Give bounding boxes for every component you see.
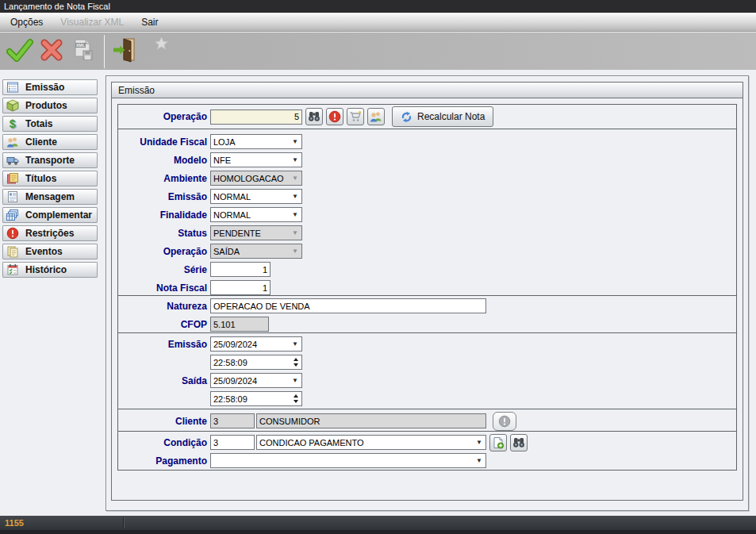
sidebar-item-historico[interactable]: Histórico: [2, 262, 98, 278]
sidebar-item-mensagem[interactable]: Mensagem: [2, 189, 98, 205]
sidebar-item-restricoes[interactable]: Restrições: [2, 225, 98, 241]
sidebar-item-cliente[interactable]: Cliente: [2, 134, 98, 150]
form-sections: Operação Recalcular Nota: [117, 104, 737, 471]
unidade-fiscal-label: Unidade Fiscal: [118, 136, 207, 148]
emissao-date-picker[interactable]: 25/09/2024 ▼: [210, 336, 302, 352]
sidebar-item-label: Complementar: [25, 209, 92, 221]
toolbar-separator: [104, 35, 105, 68]
cart-icon: [349, 110, 362, 123]
warning-icon: [328, 110, 341, 123]
sidebar-item-label: Transporte: [25, 155, 75, 166]
chevron-down-icon: ▼: [476, 458, 482, 464]
natureza-input[interactable]: [210, 298, 486, 313]
modelo-value: NFE: [213, 156, 231, 165]
recalcular-nota-button[interactable]: Recalcular Nota: [392, 106, 493, 127]
refresh-icon: [401, 111, 413, 123]
unidade-fiscal-select[interactable]: LOJA ▼: [210, 134, 302, 149]
section-datas: Emissão 25/09/2024 ▼ 22:58:09 Saída: [117, 332, 737, 409]
pagamento-select[interactable]: ▼: [210, 453, 486, 468]
sidebar-item-totais[interactable]: $$ Totais: [2, 116, 98, 132]
cliente-code-input: [210, 413, 255, 428]
cliente-info-button: [493, 412, 516, 431]
saida-date-picker[interactable]: 25/09/2024 ▼: [210, 373, 302, 388]
sidebar-item-label: Títulos: [25, 173, 56, 184]
operacao-search-button[interactable]: [305, 108, 323, 125]
nota-fiscal-input[interactable]: [210, 280, 271, 295]
finalidade-select[interactable]: NORMAL ▼: [210, 207, 302, 222]
new-document-icon: [492, 436, 505, 449]
chevron-down-icon: ▼: [292, 194, 298, 200]
emissao-tipo-select[interactable]: NORMAL ▼: [210, 189, 302, 204]
status-separator: [123, 517, 124, 528]
spinner-arrows-icon[interactable]: [290, 358, 301, 367]
record-number: 1155: [0, 518, 24, 528]
section-operacao: Operação Recalcular Nota: [117, 104, 737, 129]
pagamento-label: Pagamento: [118, 455, 207, 467]
operacao-cart-button: [347, 108, 364, 125]
emissao-time-spinner[interactable]: 22:58:09: [210, 355, 302, 370]
sidebar-item-complementar[interactable]: Complementar: [2, 207, 98, 223]
status-select: PENDENTE ▼: [210, 225, 302, 240]
cfop-input: [210, 317, 269, 332]
condicao-new-button[interactable]: [489, 434, 507, 451]
users-icon: [6, 136, 19, 148]
menu-bar: Opções Visualizar XML Sair: [0, 13, 756, 32]
menu-opcoes[interactable]: Opções: [2, 13, 52, 32]
unidade-fiscal-value: LOJA: [213, 137, 236, 147]
menu-sair[interactable]: Sair: [132, 13, 167, 32]
cancel-button[interactable]: [36, 36, 67, 67]
svg-text:XML: XML: [76, 42, 86, 47]
sidebar-item-produtos[interactable]: Produtos: [2, 98, 98, 113]
form-icon: [6, 81, 19, 94]
operacao-input[interactable]: [210, 109, 302, 125]
cfop-label: CFOP: [118, 319, 207, 330]
finalidade-label: Finalidade: [118, 209, 207, 221]
chevron-down-icon: ▼: [292, 212, 298, 218]
serie-input[interactable]: [210, 262, 271, 277]
section-natureza: Natureza CFOP: [117, 295, 737, 333]
sidebar-item-label: Emissão: [25, 82, 64, 93]
status-value: PENDENTE: [213, 229, 261, 238]
section-config: Unidade Fiscal LOJA ▼ Modelo NFE ▼ Ambie…: [117, 129, 737, 296]
saida-time-spinner[interactable]: 22:58:09: [210, 391, 302, 406]
emissao-date-value: 25/09/2024: [213, 340, 257, 349]
menu-visualizar-xml: Visualizar XML: [52, 13, 132, 32]
sidebar-item-eventos[interactable]: Eventos: [2, 244, 98, 259]
natureza-label: Natureza: [118, 301, 207, 312]
sidebar-item-transporte[interactable]: Transporte: [2, 152, 98, 168]
emissao-tipo-value: NORMAL: [213, 192, 251, 202]
operacao-alert-button[interactable]: [326, 108, 343, 125]
sidebar-item-titulos[interactable]: Títulos: [2, 171, 98, 186]
confirm-icon: [6, 38, 33, 65]
modelo-select[interactable]: NFE ▼: [210, 152, 302, 167]
confirm-button[interactable]: [5, 36, 35, 67]
saida-date-value: 25/09/2024: [213, 376, 257, 386]
spinner-arrows-icon[interactable]: [290, 394, 301, 403]
cancel-icon: [40, 38, 63, 65]
serie-label: Série: [118, 264, 207, 275]
ambiente-select: HOMOLOGACAO ▼: [210, 171, 302, 186]
chevron-down-icon: ▼: [292, 341, 298, 348]
chevron-down-icon: ▼: [292, 248, 298, 255]
sidebar-item-emissao[interactable]: Emissão: [2, 79, 98, 95]
emissao-time-value: 22:58:09: [211, 358, 290, 367]
operacao-client-button[interactable]: [367, 108, 385, 125]
sidebar-item-label: Mensagem: [25, 191, 75, 202]
group-header: Emissão: [112, 83, 743, 98]
emissao-data-label: Emissão: [118, 339, 207, 350]
condicao-search-button[interactable]: [510, 434, 528, 451]
status-label: Status: [118, 228, 207, 239]
exit-button[interactable]: [110, 36, 140, 67]
sidebar-item-label: Totais: [25, 118, 52, 129]
toolbar: XML: [0, 32, 756, 70]
documents-icon: [6, 172, 19, 185]
svg-text:$: $: [10, 117, 16, 130]
saida-data-label: Saída: [118, 375, 207, 386]
chevron-down-icon: ▼: [292, 157, 298, 163]
condicao-select[interactable]: CONDICAO PAGAMENTO ▼: [256, 435, 486, 450]
xml-save-icon: XML: [71, 38, 95, 65]
copies-icon: [6, 245, 19, 258]
condicao-code-input[interactable]: [210, 435, 255, 450]
calendar-icon: [6, 263, 19, 276]
recalcular-nota-label: Recalcular Nota: [417, 111, 485, 122]
